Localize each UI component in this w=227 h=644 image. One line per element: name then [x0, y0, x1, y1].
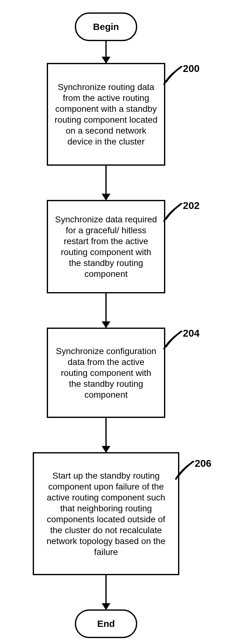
callout-line	[163, 66, 185, 91]
end-terminator: End	[75, 609, 137, 638]
step-204-box: Synchronize configuration data from the …	[47, 328, 165, 418]
arrow	[105, 418, 107, 452]
step-204-row: Synchronize configuration data from the …	[19, 328, 193, 418]
step-200-text: Synchronize routing data from the active…	[54, 82, 158, 147]
callout-line	[163, 331, 185, 356]
step-204-ref: 204	[183, 328, 200, 339]
step-202-text: Synchronize data required for a graceful…	[54, 214, 158, 279]
step-206-text: Start up the standby routing component u…	[40, 470, 172, 557]
arrow	[105, 293, 107, 328]
step-200-box: Synchronize routing data from the active…	[47, 63, 165, 166]
step-204-text: Synchronize configuration data from the …	[54, 346, 158, 400]
begin-terminator: Begin	[75, 12, 137, 41]
step-206-ref: 206	[195, 458, 211, 469]
step-202-ref: 202	[183, 200, 200, 211]
step-206-box: Start up the standby routing component u…	[33, 452, 179, 575]
step-200-row: Synchronize routing data from the active…	[19, 63, 193, 166]
callout-line	[163, 203, 185, 228]
arrow	[105, 166, 107, 200]
flowchart-container: Begin Synchronize routing data from the …	[19, 12, 193, 638]
begin-label: Begin	[93, 21, 119, 32]
arrow	[105, 575, 107, 609]
arrow	[105, 41, 107, 63]
step-206-row: Start up the standby routing component u…	[19, 452, 193, 575]
step-202-box: Synchronize data required for a graceful…	[47, 200, 165, 293]
step-200-ref: 200	[183, 63, 200, 74]
end-label: End	[97, 618, 115, 629]
step-202-row: Synchronize data required for a graceful…	[19, 200, 193, 293]
